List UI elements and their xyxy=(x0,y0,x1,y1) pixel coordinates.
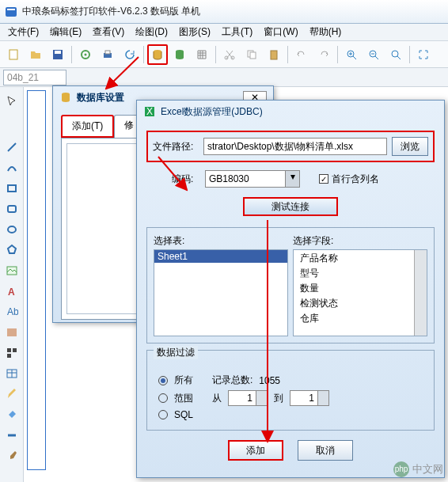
redo-icon[interactable] xyxy=(313,44,334,65)
stroke-icon[interactable] xyxy=(2,426,21,445)
tab-add[interactable]: 添加(T) xyxy=(61,115,114,138)
zoom-fit-icon[interactable] xyxy=(385,44,406,65)
excel-datasource-dialog: X Excel数据源管理(JDBC) 文件路径: 浏览 编码: GB18030 … xyxy=(136,100,445,478)
text-icon[interactable]: A xyxy=(2,282,21,301)
polygon-icon[interactable] xyxy=(2,241,21,260)
ellipse-icon[interactable] xyxy=(2,220,21,239)
select-table-label: 选择表: xyxy=(154,234,288,248)
undo-icon[interactable] xyxy=(291,44,312,65)
menu-edit[interactable]: 编辑(E) xyxy=(45,24,86,40)
eyedrop-icon[interactable] xyxy=(2,446,21,465)
zoom-in-icon[interactable] xyxy=(341,44,362,65)
radio-range-label: 范围 xyxy=(174,392,206,405)
list-item[interactable]: 型号 xyxy=(297,266,411,281)
app-icon xyxy=(5,6,17,18)
list-item[interactable]: 仓库 xyxy=(297,311,411,326)
radio-sql[interactable] xyxy=(158,410,168,419)
pointer-icon[interactable] xyxy=(2,92,21,111)
first-row-checkbox[interactable]: ✓ 首行含列名 xyxy=(319,173,379,186)
titlebar: 中琅条码标签打印软件-V6.2.3 数码版 单机 xyxy=(0,0,448,24)
file-path-row: 文件路径: 浏览 xyxy=(146,131,435,162)
filter-title: 数据过滤 xyxy=(154,346,198,359)
zoom-out-icon[interactable] xyxy=(363,44,384,65)
fullscreen-icon[interactable] xyxy=(413,44,434,65)
new-icon[interactable] xyxy=(3,44,24,65)
radio-all[interactable] xyxy=(158,376,168,385)
list-item[interactable]: 检测状态 xyxy=(297,296,411,311)
database2-icon[interactable] xyxy=(169,44,190,65)
watermark: php 中文网 xyxy=(393,461,443,477)
excel-dialog-title: Excel数据源管理(JDBC) xyxy=(161,105,438,119)
fill-icon[interactable] xyxy=(2,405,21,424)
svg-rect-1 xyxy=(7,9,15,10)
field-list[interactable]: 产品名称 型号 数量 检测状态 仓库 xyxy=(293,249,427,336)
svg-rect-26 xyxy=(13,348,17,352)
chevron-down-icon[interactable]: ▾ xyxy=(285,171,299,187)
image-icon[interactable] xyxy=(2,261,21,280)
radio-sql-label: SQL xyxy=(174,409,206,420)
save-icon[interactable] xyxy=(47,44,68,65)
svg-rect-20 xyxy=(8,206,16,212)
browse-button[interactable]: 浏览 xyxy=(392,137,428,156)
richtext-icon[interactable]: Ab xyxy=(2,302,21,321)
encoding-combo[interactable]: GB18030 ▾ xyxy=(205,170,300,188)
file-path-label: 文件路径: xyxy=(153,140,199,154)
total-value: 1055 xyxy=(259,375,280,386)
brush-icon[interactable] xyxy=(2,385,21,404)
canvas[interactable] xyxy=(27,90,46,470)
copy-icon[interactable] xyxy=(241,44,262,65)
menu-view[interactable]: 查看(V) xyxy=(88,24,129,40)
svg-rect-25 xyxy=(7,348,11,352)
open-icon[interactable] xyxy=(25,44,46,65)
database-icon[interactable] xyxy=(147,44,168,65)
to-spinner[interactable]: 1 xyxy=(290,390,329,406)
svg-rect-27 xyxy=(7,354,11,358)
encoding-label: 编码: xyxy=(172,173,200,186)
svg-point-21 xyxy=(8,226,16,233)
menu-shape[interactable]: 图形(S) xyxy=(174,24,215,40)
qrcode-icon[interactable] xyxy=(2,343,21,362)
from-spinner[interactable]: 1 xyxy=(228,390,268,406)
radio-range[interactable] xyxy=(158,393,168,403)
cut-icon[interactable] xyxy=(219,44,240,65)
barcode-icon[interactable] xyxy=(2,323,21,342)
menu-tool[interactable]: 工具(T) xyxy=(217,24,257,40)
encoding-row: 编码: GB18030 ▾ ✓ 首行含列名 xyxy=(172,170,435,188)
menu-help[interactable]: 帮助(H) xyxy=(305,24,347,40)
list-item[interactable]: 产品名称 xyxy=(297,251,411,266)
excel-dialog-icon: X xyxy=(143,105,156,118)
svg-rect-4 xyxy=(55,51,61,54)
checkbox-icon: ✓ xyxy=(319,174,328,184)
svg-rect-8 xyxy=(105,51,110,54)
scrollbar[interactable] xyxy=(414,250,427,336)
line-icon[interactable] xyxy=(2,138,21,157)
roundrect-icon[interactable] xyxy=(2,199,21,218)
settings-icon[interactable] xyxy=(75,44,96,65)
refresh-icon[interactable] xyxy=(120,44,140,65)
to-label: 到 xyxy=(274,392,283,405)
add-button[interactable]: 添加 xyxy=(228,440,283,461)
curve-icon[interactable] xyxy=(2,158,21,177)
list-item[interactable]: Sheet1 xyxy=(154,250,287,263)
select-field-label: 选择字段: xyxy=(293,234,427,248)
encoding-value: GB18030 xyxy=(206,173,285,184)
menu-window[interactable]: 窗口(W) xyxy=(259,24,302,40)
grid-icon[interactable] xyxy=(192,44,212,65)
table-list[interactable]: Sheet1 xyxy=(154,249,288,336)
file-path-input[interactable] xyxy=(203,138,387,155)
menu-file[interactable]: 文件(F) xyxy=(3,24,44,40)
svg-text:A: A xyxy=(8,287,15,298)
test-connection-button[interactable]: 测试连接 xyxy=(243,197,338,216)
table-icon[interactable] xyxy=(2,364,21,383)
print-icon[interactable] xyxy=(97,44,118,65)
menu-draw[interactable]: 绘图(D) xyxy=(131,24,173,40)
svg-rect-2 xyxy=(9,50,17,59)
list-item[interactable]: 数量 xyxy=(297,281,411,296)
paste-icon[interactable] xyxy=(264,44,284,65)
name-row xyxy=(0,68,448,87)
from-label: 从 xyxy=(212,392,222,405)
name-box[interactable] xyxy=(3,70,66,85)
db-dialog-icon xyxy=(59,91,72,104)
rect-icon[interactable] xyxy=(2,179,21,198)
cancel-button[interactable]: 取消 xyxy=(298,440,353,461)
